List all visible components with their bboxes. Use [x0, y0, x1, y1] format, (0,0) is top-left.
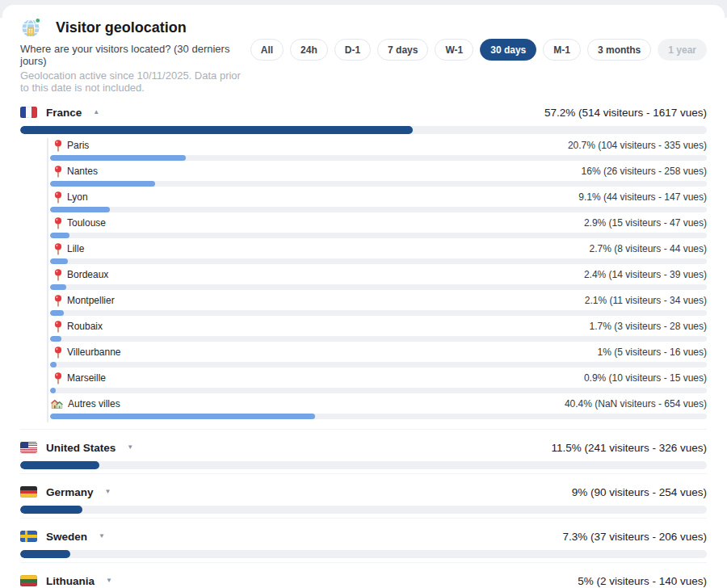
city-stats: 1.7% (3 visiteurs - 28 vues) — [590, 321, 707, 332]
filter-button-w1[interactable]: W-1 — [435, 39, 473, 61]
city-bar-fill — [50, 233, 69, 238]
country-name: United States — [46, 442, 116, 454]
united-states-flag-icon — [20, 442, 37, 453]
country-stats: 11.5% (241 visiteurs - 326 vues) — [551, 442, 707, 454]
city-name: Paris — [67, 140, 89, 151]
filter-button-d1[interactable]: D-1 — [334, 39, 371, 61]
city-bar-track — [50, 414, 707, 419]
lithuania-flag-icon — [20, 575, 37, 586]
city-bar-track — [50, 233, 707, 238]
city-row-bordeaux: Bordeaux 2.4% (14 visiteurs - 39 vues) — [48, 267, 707, 293]
city-name: Montpellier — [67, 295, 115, 306]
geolocation-note: Geolocation active since 10/11/2025. Dat… — [20, 69, 250, 94]
city-bar-track — [50, 362, 707, 368]
country-row[interactable]: France ▲ 57.2% (514 visiteurs - 1617 vue… — [20, 104, 707, 120]
city-bar-fill — [50, 181, 155, 187]
country-row[interactable]: Germany ▼ 9% (90 visiteurs - 254 vues) — [20, 484, 707, 500]
header-text-block: Visitor geolocation Where are your visit… — [20, 17, 250, 94]
city-name: Bordeaux — [67, 269, 108, 280]
country-section-france: France ▲ 57.2% (514 visiteurs - 1617 vue… — [20, 94, 707, 430]
city-stats: 9.1% (44 visiteurs - 147 vues) — [578, 191, 707, 203]
filter-button-3months[interactable]: 3 months — [587, 39, 651, 61]
city-bar-fill — [50, 362, 57, 368]
round-pushpin-icon — [54, 269, 62, 281]
city-bar-fill — [50, 336, 61, 342]
city-bar-fill — [50, 310, 64, 316]
country-name: Germany — [46, 486, 94, 498]
country-bar-track — [20, 506, 707, 514]
country-section-united-states: United States ▼ 11.5% (241 visiteurs - 3… — [20, 430, 707, 474]
country-row[interactable]: United States ▼ 11.5% (241 visiteurs - 3… — [20, 439, 707, 456]
city-row-autres-villes: Autres villes 40.4% (NaN visiteurs - 654… — [48, 397, 707, 422]
visitor-geolocation-card: Visitor geolocation Where are your visit… — [2, 5, 725, 588]
city-bar-fill — [50, 155, 186, 161]
country-bar-track — [20, 126, 707, 134]
city-row-lille: Lille 2.7% (8 visiteurs - 44 vues) — [48, 242, 707, 267]
city-name: Nantes — [67, 166, 98, 177]
city-bar-track — [50, 310, 707, 316]
round-pushpin-icon — [54, 321, 62, 333]
round-pushpin-icon — [54, 140, 62, 152]
city-name: Lyon — [67, 191, 88, 203]
germany-flag-icon — [20, 486, 37, 498]
city-name: Lille — [67, 243, 84, 254]
city-bar-track — [50, 284, 707, 290]
city-name: Toulouse — [67, 217, 106, 229]
city-stats: 16% (26 visiteurs - 258 vues) — [582, 166, 707, 177]
globe-location-icon — [20, 17, 42, 39]
filter-button-7days[interactable]: 7 days — [377, 39, 428, 61]
city-stats: 0.9% (10 visiteurs - 15 vues) — [584, 372, 707, 384]
country-row[interactable]: Lithuania ▼ 5% (2 visiteurs - 140 vues) — [20, 573, 707, 588]
caret-down-icon[interactable]: ▼ — [105, 489, 111, 495]
city-bar-fill — [50, 284, 66, 290]
city-bar-track — [50, 155, 707, 161]
page-subtitle: Where are your visitors located? (30 der… — [20, 43, 250, 67]
round-pushpin-icon — [54, 243, 62, 255]
city-row-nantes: Nantes 16% (26 visiteurs - 258 vues) — [48, 164, 707, 190]
city-list-france: Paris 20.7% (104 visiteurs - 335 vues) N… — [47, 138, 707, 422]
country-name: Sweden — [46, 531, 87, 543]
city-stats: 1% (5 visiteurs - 16 vues) — [598, 346, 707, 358]
filter-button-all[interactable]: All — [250, 39, 284, 61]
city-bar-track — [50, 258, 707, 264]
city-row-montpellier: Montpellier 2.1% (11 visiteurs - 34 vues… — [48, 293, 707, 319]
time-filter-group: All 24h D-1 7 days W-1 30 days M-1 3 mon… — [250, 39, 707, 61]
city-bar-fill — [50, 258, 68, 264]
city-bar-fill — [50, 207, 110, 212]
page-title: Visitor geolocation — [56, 19, 187, 36]
city-row-paris: Paris 20.7% (104 visiteurs - 335 vues) — [48, 138, 707, 164]
city-bar-track — [50, 388, 707, 393]
city-row-roubaix: Roubaix 1.7% (3 visiteurs - 28 vues) — [48, 319, 707, 345]
caret-up-icon[interactable]: ▲ — [93, 109, 99, 116]
caret-down-icon[interactable]: ▼ — [127, 444, 133, 451]
city-bar-track — [50, 207, 707, 212]
filter-button-30days[interactable]: 30 days — [480, 39, 536, 61]
caret-down-icon[interactable]: ▼ — [99, 533, 105, 540]
city-row-lyon: Lyon 9.1% (44 visiteurs - 147 vues) — [48, 190, 707, 216]
caret-down-icon[interactable]: ▼ — [106, 578, 112, 584]
country-name: France — [46, 107, 82, 119]
city-row-villeurbanne: Villeurbanne 1% (5 visiteurs - 16 vues) — [48, 345, 707, 371]
header: Visitor geolocation Where are your visit… — [20, 17, 707, 94]
country-row[interactable]: Sweden ▼ 7.3% (37 visiteurs - 206 vues) — [20, 528, 707, 544]
city-row-toulouse: Toulouse 2.9% (15 visiteurs - 47 vues) — [48, 216, 707, 242]
country-bar-fill — [20, 506, 82, 514]
city-stats: 40.4% (NaN visiteurs - 654 vues) — [565, 398, 707, 410]
city-name: Villeurbanne — [67, 346, 121, 358]
round-pushpin-icon — [54, 295, 62, 307]
houses-icon — [51, 399, 63, 410]
city-bar-track — [50, 181, 707, 187]
filter-button-24h[interactable]: 24h — [290, 39, 328, 61]
country-stats: 9% (90 visiteurs - 254 vues) — [572, 486, 707, 498]
country-section-sweden: Sweden ▼ 7.3% (37 visiteurs - 206 vues) — [20, 519, 707, 563]
country-stats: 7.3% (37 visiteurs - 206 vues) — [562, 531, 707, 543]
city-stats: 2.4% (14 visiteurs - 39 vues) — [584, 269, 707, 280]
country-bar-fill — [20, 461, 99, 469]
city-name: Autres villes — [68, 398, 120, 410]
country-name: Lithuania — [46, 575, 95, 587]
city-stats: 20.7% (104 visiteurs - 335 vues) — [568, 140, 707, 151]
country-bar-fill — [20, 550, 70, 558]
round-pushpin-icon — [54, 217, 62, 229]
filter-button-m1[interactable]: M-1 — [543, 39, 581, 61]
round-pushpin-icon — [54, 372, 62, 384]
